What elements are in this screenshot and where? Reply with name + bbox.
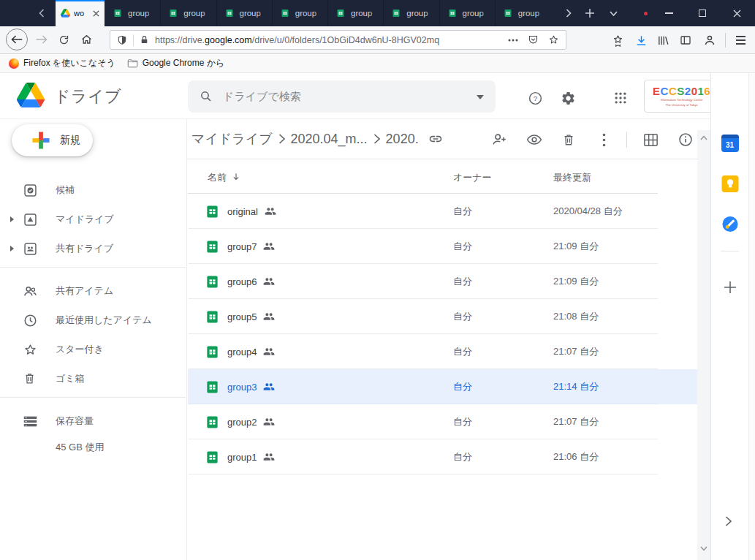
whats-new-star-button[interactable]	[610, 32, 626, 48]
sidebar-item-trash[interactable]: ゴミ箱	[0, 364, 186, 393]
expand-caret-icon[interactable]	[10, 216, 14, 222]
file-row-group1[interactable]: group1 自分 21:06 自分	[188, 439, 697, 474]
urlbar-divider	[133, 34, 134, 46]
tab-group-sheet[interactable]: group	[216, 0, 272, 26]
file-modified: 21:06 自分	[553, 450, 599, 463]
sidebar-item-label: 保存容量	[56, 415, 94, 428]
download-button[interactable]	[633, 32, 649, 48]
new-button[interactable]: 新規	[12, 124, 93, 156]
preview-eye-button[interactable]	[526, 132, 542, 148]
bookmark-firefox-tips[interactable]: Firefox を使いこなそう	[9, 57, 115, 69]
column-header-name[interactable]: 名前	[208, 171, 227, 184]
new-button-label: 新規	[60, 134, 80, 147]
file-row-original[interactable]: original 自分 2020/04/28 自分	[188, 194, 697, 229]
sidebar-item-starred[interactable]: スター付き	[0, 335, 186, 364]
share-add-person-button[interactable]	[491, 132, 507, 148]
delete-trash-button[interactable]	[561, 132, 577, 148]
help-button[interactable]: ?	[527, 90, 543, 106]
shared-people-icon	[263, 346, 275, 357]
tab-active-drive[interactable]: wo	[56, 0, 105, 26]
sidebar-item-priority[interactable]: 候補	[0, 175, 186, 205]
file-row-group2[interactable]: group2 自分 21:07 自分	[188, 404, 697, 439]
account-button[interactable]	[702, 32, 718, 48]
tab-group-sheet[interactable]: group	[272, 0, 327, 26]
pocket-icon[interactable]	[528, 34, 539, 45]
tab-group-sheet[interactable]: group	[439, 0, 495, 26]
sort-descending-icon[interactable]	[231, 172, 241, 182]
sheets-file-icon	[205, 450, 219, 464]
info-button[interactable]	[678, 132, 694, 148]
forward-button[interactable]	[34, 32, 49, 47]
storage-icon	[23, 414, 38, 429]
bookmark-star-icon[interactable]	[548, 34, 559, 45]
sidebar-item-shared-with-me[interactable]: 共有アイテム	[0, 276, 186, 306]
sidebar-item-my-drive[interactable]: マイドライブ	[0, 205, 186, 234]
back-button[interactable]	[6, 29, 28, 50]
file-owner: 自分	[453, 205, 472, 218]
tab-group-sheet[interactable]: group	[327, 0, 383, 26]
expand-caret-icon[interactable]	[10, 246, 14, 251]
search-input[interactable]: ドライブで検索	[223, 90, 477, 104]
collapse-panel-button[interactable]	[725, 516, 735, 526]
sidebar-divider	[0, 397, 186, 398]
tasks-app-icon[interactable]	[721, 216, 738, 232]
tracking-protection-shield-icon[interactable]	[117, 34, 127, 46]
file-row-group4[interactable]: group4 自分 21:07 自分	[188, 334, 697, 369]
window-minimize-button[interactable]	[654, 0, 683, 26]
list-all-tabs-button[interactable]	[603, 0, 623, 26]
sidebar-item-recent[interactable]: 最近使用したアイテム	[0, 306, 186, 335]
tab-close-icon[interactable]	[93, 10, 99, 17]
tab-group-sheet[interactable]: group	[105, 0, 160, 26]
tab-scroll-right-button[interactable]	[558, 0, 579, 26]
file-row-group3[interactable]: group3 自分 21:14 自分	[188, 369, 697, 404]
tab-group-sheet[interactable]: group	[495, 0, 550, 26]
window-close-button[interactable]	[722, 0, 751, 26]
new-tab-button[interactable]	[580, 0, 600, 26]
drive-logo-icon[interactable]	[17, 83, 45, 107]
breadcrumb-parent-folder[interactable]: 2020.04_m...	[291, 132, 368, 147]
file-owner: 自分	[453, 450, 472, 463]
scroll-down-icon[interactable]	[700, 546, 707, 553]
more-actions-button[interactable]	[596, 132, 612, 148]
column-header-owner[interactable]: オーナー	[453, 171, 492, 184]
tab-scroll-left-button[interactable]	[32, 0, 51, 26]
search-icon[interactable]	[200, 90, 213, 103]
get-link-icon[interactable]	[428, 132, 443, 146]
library-button[interactable]	[655, 32, 671, 48]
shared-people-icon	[263, 276, 275, 287]
page-actions-more-icon[interactable]	[508, 39, 518, 42]
file-row-group5[interactable]: group5 自分 21:08 自分	[188, 299, 697, 334]
grid-view-button[interactable]	[642, 132, 659, 148]
settings-gear-button[interactable]	[560, 90, 576, 106]
file-row-group7[interactable]: group7 自分 21:09 自分	[188, 229, 697, 264]
calendar-app-icon[interactable]: 31	[721, 135, 739, 152]
keep-app-icon[interactable]	[721, 175, 738, 192]
search-box[interactable]: ドライブで検索	[188, 80, 496, 113]
breadcrumb-current-folder[interactable]: 2020.	[386, 132, 419, 147]
reload-button[interactable]	[56, 32, 72, 47]
column-header-modified[interactable]: 最終更新	[553, 171, 591, 184]
sidebars-button[interactable]	[678, 32, 694, 48]
breadcrumb-my-drive[interactable]: マイドライブ	[191, 130, 273, 148]
url-bar[interactable]: https://drive.google.com/drive/u/0/folde…	[110, 30, 566, 50]
scroll-up-icon[interactable]	[700, 135, 707, 143]
google-apps-grid-button[interactable]	[612, 90, 629, 106]
sidebar-item-shared-drives[interactable]: 共有ドライブ	[0, 234, 186, 263]
bookmark-folder-chrome[interactable]: Google Chrome から	[127, 57, 225, 69]
tab-group-sheet[interactable]: group	[160, 0, 216, 26]
sidebar-item-storage[interactable]: 保存容量	[0, 406, 186, 436]
home-button[interactable]	[77, 32, 95, 47]
tab-group-sheet[interactable]: group	[383, 0, 439, 26]
search-options-caret-icon[interactable]	[477, 95, 484, 103]
sheets-file-icon	[205, 240, 219, 254]
window-scrollbar[interactable]	[748, 73, 755, 560]
menu-button[interactable]	[732, 32, 748, 48]
close-icon	[733, 10, 741, 18]
file-row-group6[interactable]: group6 自分 21:09 自分	[188, 264, 697, 299]
url-text[interactable]: https://drive.google.com/drive/u/0/folde…	[155, 35, 504, 45]
window-maximize-button[interactable]	[688, 0, 717, 26]
eccs-subtitle: The University of Tokyo	[653, 103, 710, 106]
add-addon-button[interactable]	[724, 281, 737, 294]
list-scrollbar[interactable]	[697, 130, 710, 560]
svg-text:?: ?	[533, 94, 536, 102]
